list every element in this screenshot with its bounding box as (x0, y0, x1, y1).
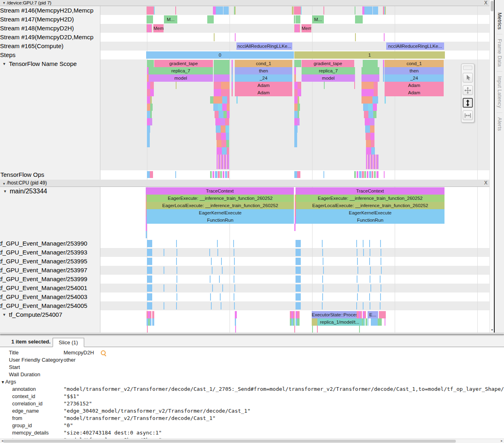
trace-event[interactable] (363, 240, 364, 247)
trace-event[interactable] (323, 6, 324, 15)
trace-event[interactable]: gradient_tape (302, 60, 354, 67)
trace-event[interactable] (384, 33, 385, 41)
trace-event[interactable] (150, 171, 153, 178)
trace-event[interactable] (216, 125, 221, 133)
sidebar-tab-alerts[interactable]: Alerts (497, 112, 502, 136)
trace-event[interactable] (210, 293, 211, 301)
trace-event[interactable]: EagerExecute: __inference_train_function… (296, 195, 444, 202)
trace-event[interactable] (215, 171, 217, 178)
trace-event[interactable] (213, 171, 214, 178)
trace-event[interactable] (217, 147, 222, 155)
trace-event[interactable] (383, 67, 384, 74)
trace-event[interactable]: gradient_tape (154, 60, 213, 67)
trace-event[interactable] (363, 60, 378, 67)
trace-event[interactable] (215, 111, 219, 118)
trace-event[interactable] (370, 133, 374, 140)
trace-event[interactable] (225, 118, 229, 125)
trace-event[interactable] (235, 33, 236, 41)
trace-event[interactable] (363, 318, 365, 326)
trace-event[interactable] (214, 33, 215, 41)
trace-event[interactable] (366, 133, 370, 140)
trace-event[interactable] (371, 140, 374, 147)
trace-event[interactable] (298, 24, 300, 32)
trace-event[interactable] (358, 284, 359, 292)
trace-event[interactable] (373, 6, 378, 15)
track-label[interactable]: ▼TensorFlow Name Scope (0, 59, 100, 68)
trace-event[interactable] (362, 67, 379, 74)
trace-event[interactable] (297, 118, 300, 125)
trace-event[interactable]: Mem (302, 24, 311, 32)
selection-tool-button[interactable] (463, 73, 473, 83)
trace-event[interactable] (366, 147, 371, 155)
trace-event[interactable] (147, 6, 154, 15)
trace-event[interactable] (294, 67, 296, 74)
trace-event[interactable] (214, 89, 221, 96)
trace-event[interactable] (232, 60, 233, 67)
trace-event[interactable] (217, 140, 221, 147)
sidebar-tab-metrics[interactable]: Metrics (497, 8, 502, 34)
trace-event[interactable] (323, 284, 323, 292)
trace-event[interactable] (234, 293, 234, 301)
trace-event[interactable] (221, 133, 226, 140)
trace-event[interactable] (151, 24, 152, 32)
trace-event[interactable] (357, 258, 358, 265)
trace-event[interactable] (357, 276, 357, 283)
trace-event[interactable] (298, 96, 299, 104)
trace-event[interactable] (150, 318, 151, 326)
trace-event[interactable] (371, 318, 378, 326)
trace-event[interactable]: ExecutorState::Process (312, 311, 357, 318)
trace-event[interactable] (225, 125, 229, 133)
trace-event[interactable]: Adam (235, 82, 292, 89)
trace-event[interactable]: ncclAllReduceRingLLKe... (386, 42, 444, 50)
trace-event[interactable] (366, 155, 379, 162)
trace-event[interactable]: EagerLocalExecute: __inference_train_fun… (147, 202, 294, 209)
trace-event[interactable] (233, 240, 234, 247)
trace-event[interactable] (355, 6, 355, 15)
gpu-section-close-button[interactable]: X (484, 0, 487, 6)
trace-event[interactable] (210, 96, 213, 104)
trace-event[interactable] (176, 82, 177, 89)
trace-event[interactable] (317, 326, 318, 333)
trace-event[interactable] (366, 162, 379, 169)
trace-event[interactable] (359, 326, 360, 333)
trace-event[interactable] (294, 125, 298, 133)
scroll-right-arrow-icon[interactable]: ► (500, 439, 503, 442)
trace-event[interactable] (234, 276, 234, 283)
trace-event[interactable] (150, 104, 153, 111)
trace-event[interactable] (210, 171, 212, 178)
trace-event[interactable] (383, 74, 384, 82)
vertical-scrollbar-thumb[interactable] (491, 1, 493, 11)
trace-event[interactable] (226, 133, 229, 140)
track-label[interactable]: ▼main/253344 (0, 187, 100, 196)
trace-event[interactable] (221, 125, 225, 133)
trace-event[interactable] (221, 258, 222, 265)
trace-event[interactable] (381, 267, 382, 274)
trace-event[interactable] (362, 171, 364, 178)
trace-event[interactable] (221, 82, 230, 89)
trace-event[interactable] (215, 118, 220, 125)
trace-event[interactable] (379, 311, 386, 318)
args-header[interactable]: ▼Args (0, 378, 504, 386)
trace-event[interactable]: M... (312, 15, 324, 23)
trace-event[interactable]: EagerLocalExecute: __inference_train_fun… (296, 202, 444, 209)
trace-event[interactable] (322, 276, 323, 283)
trace-event[interactable] (175, 6, 176, 15)
vertical-zoom-tool-button[interactable] (463, 98, 473, 108)
trace-event[interactable] (373, 104, 377, 111)
trace-event[interactable] (376, 171, 379, 178)
trace-event[interactable]: Adam (235, 89, 292, 96)
trace-event[interactable] (294, 96, 298, 104)
trace-event[interactable] (150, 311, 151, 318)
trace-event[interactable] (355, 33, 356, 41)
trace-event[interactable] (217, 240, 218, 247)
trace-event[interactable]: FunctionRun (147, 216, 294, 224)
trace-event[interactable] (150, 111, 152, 118)
trace-event[interactable] (217, 155, 229, 162)
trace-event[interactable] (380, 240, 381, 247)
trace-event[interactable] (366, 140, 371, 147)
trace-event[interactable] (150, 89, 154, 96)
trace-event[interactable]: 1 (294, 51, 445, 59)
trace-event[interactable] (213, 104, 218, 111)
trace-event[interactable] (380, 293, 381, 301)
trace-event[interactable] (364, 311, 366, 318)
